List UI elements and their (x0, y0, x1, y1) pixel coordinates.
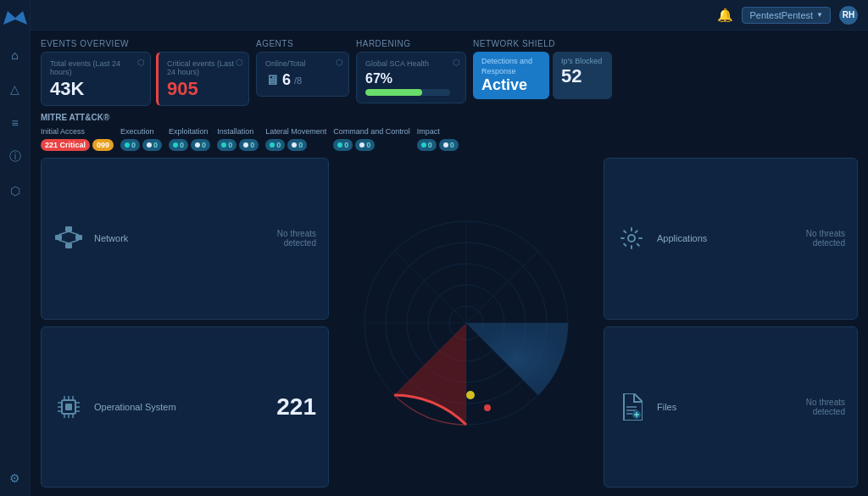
mitre-impact[interactable]: Impact 0 0 (417, 127, 459, 151)
radar-area (336, 158, 597, 488)
sidebar-item-settings[interactable]: ⚙ (6, 469, 25, 488)
svg-marker-0 (3, 11, 27, 25)
dot-white-4 (292, 142, 297, 148)
top-header: 🔔 PentestPentest ▼ RH (31, 0, 868, 31)
network-card-name: Network (94, 233, 267, 243)
svg-point-34 (628, 235, 635, 242)
badge-expl-2: 0 (191, 139, 210, 151)
network-shield-section: Network Shield Detections and Response A… (473, 39, 612, 106)
total-events-value: 43K (50, 80, 142, 98)
dropdown-icon: ▼ (816, 11, 823, 19)
agents-value: 🖥 6 /8 (265, 71, 340, 89)
mitre-exploitation-badges: 0 0 (169, 139, 210, 151)
agents-title: Agents (256, 39, 349, 48)
external-link-icon-4: ⬡ (453, 58, 460, 67)
avatar[interactable]: RH (839, 6, 858, 25)
network-threat-card[interactable]: Network No threatsdetected (41, 158, 329, 320)
svg-point-32 (466, 391, 475, 399)
badge-expl-1: 0 (169, 139, 188, 151)
mitre-initial-access-badges: 221 Critical 099 (41, 139, 114, 151)
mitre-lateral-movement-label: Lateral Movement (265, 127, 326, 136)
mitre-execution[interactable]: Execution 0 0 (120, 127, 162, 151)
events-overview-title: Events Overview (41, 39, 249, 48)
mitre-lateral-movement[interactable]: Lateral Movement 0 0 (265, 127, 326, 151)
username-label: PentestPentest (749, 10, 813, 20)
mitre-command-control-label: Command and Control (333, 127, 410, 136)
ips-blocked-value: 52 (561, 65, 604, 87)
agents-section: Agents Online/Total 🖥 6 /8 ⬡ (256, 39, 349, 106)
hardening-card[interactable]: Global SCA Health 67% ⬡ (356, 52, 466, 103)
detections-label: Detections and Response (481, 57, 541, 76)
hardening-cards: Global SCA Health 67% ⬡ (356, 52, 466, 103)
hardening-label: Global SCA Health (365, 59, 457, 68)
detections-card[interactable]: Detections and Response Active (473, 52, 549, 99)
user-badge[interactable]: PentestPentest ▼ (742, 7, 831, 24)
ips-blocked-label: Ip's Blocked (561, 57, 604, 65)
sidebar-item-home[interactable]: ⌂ (6, 46, 25, 64)
stats-row: Events Overview Total events (Last 24 ho… (41, 39, 858, 106)
badge-imp-1: 0 (417, 139, 437, 151)
badge-cmd-1: 0 (333, 139, 353, 151)
detections-value: Active (481, 76, 541, 94)
total-events-card[interactable]: Total events (Last 24 hours) 43K ⬡ (41, 52, 151, 106)
network-shield-title: Network Shield (473, 39, 612, 48)
agents-label: Online/Total (265, 59, 340, 68)
events-overview-section: Events Overview Total events (Last 24 ho… (41, 39, 249, 106)
dot-white-6 (443, 142, 448, 148)
applications-card-name: Applications (657, 233, 796, 243)
gear-icon (616, 223, 647, 254)
critical-events-value: 905 (167, 80, 240, 98)
mitre-installation-badges: 0 0 (217, 139, 259, 151)
sidebar-item-menu[interactable]: ≡ (6, 114, 25, 132)
cpu-icon (53, 392, 84, 422)
badge-exec-2: 0 (142, 139, 162, 151)
hardening-bar-fill (365, 89, 422, 96)
notification-bell[interactable]: 🔔 (717, 8, 733, 23)
badge-critical: 221 Critical (41, 139, 90, 151)
ips-blocked-card[interactable]: Ip's Blocked 52 (553, 52, 612, 99)
mitre-command-control-badges: 0 0 (333, 139, 410, 151)
dot-teal-1 (125, 142, 130, 148)
network-threat-status: No threatsdetected (277, 229, 316, 248)
agents-cards: Online/Total 🖥 6 /8 ⬡ (256, 52, 349, 97)
dot-teal-2 (173, 142, 178, 148)
mitre-exploitation[interactable]: Exploitation 0 0 (169, 127, 210, 151)
mitre-command-control[interactable]: Command and Control 0 0 (333, 127, 410, 151)
applications-threat-card[interactable]: Applications No threatsdetected (604, 158, 858, 320)
hardening-bar-wrap: 67% (365, 71, 457, 96)
svg-point-33 (484, 404, 491, 411)
mitre-lateral-movement-badges: 0 0 (265, 139, 326, 151)
files-card-name: Files (657, 402, 796, 412)
applications-threat-status: No threatsdetected (806, 229, 845, 248)
content-area: Events Overview Total events (Last 24 ho… (31, 31, 868, 496)
right-panels: Applications No threatsdetected (604, 158, 858, 488)
sidebar-item-alerts[interactable]: △ (6, 80, 25, 98)
sidebar-item-info[interactable]: ⓘ (6, 148, 25, 166)
mitre-title: MITRE ATT&CK® (41, 113, 858, 122)
hardening-bar (365, 89, 450, 96)
mitre-installation[interactable]: Installation 0 0 (217, 127, 259, 151)
agents-online-card[interactable]: Online/Total 🖥 6 /8 ⬡ (256, 52, 349, 97)
files-threat-card[interactable]: Files No threatsdetected (604, 326, 858, 488)
os-card-name: Operational System (94, 402, 266, 412)
bottom-area: Network No threatsdetected (41, 158, 858, 488)
critical-events-label: Critical events (Last 24 hours) (167, 59, 240, 76)
mitre-impact-label: Impact (417, 127, 459, 136)
dot-white-1 (147, 142, 152, 148)
dot-white-3 (243, 142, 248, 148)
svg-line-6 (69, 231, 79, 235)
hardening-percent: 67% (365, 71, 457, 86)
badge-inst-1: 0 (217, 139, 236, 151)
mitre-grid: Initial Access 221 Critical 099 Executio… (41, 127, 858, 151)
svg-rect-1 (65, 226, 72, 231)
critical-events-card[interactable]: Critical events (Last 24 hours) 905 ⬡ (156, 52, 249, 106)
agents-total: /8 (294, 75, 302, 86)
svg-rect-4 (65, 243, 72, 248)
mitre-initial-access[interactable]: Initial Access 221 Critical 099 (41, 127, 114, 151)
hardening-section: Hardening Global SCA Health 67% ⬡ (356, 39, 466, 106)
agents-online: 6 (282, 71, 291, 89)
os-threat-card[interactable]: Operational System 221 (41, 326, 329, 488)
sidebar-item-shield[interactable]: ⬡ (6, 181, 25, 200)
mitre-execution-label: Execution (120, 127, 162, 136)
dot-teal-4 (270, 142, 275, 148)
